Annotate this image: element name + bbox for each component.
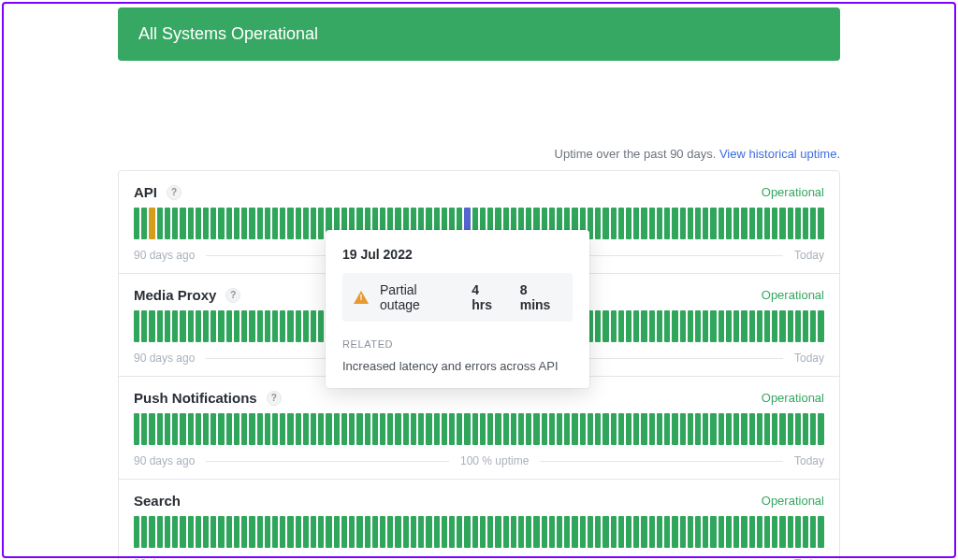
uptime-day-bar[interactable] [203, 413, 209, 445]
uptime-day-bar[interactable] [303, 413, 309, 445]
uptime-day-bar[interactable] [341, 413, 347, 445]
uptime-day-bar[interactable] [280, 516, 285, 548]
uptime-day-bar[interactable] [518, 516, 524, 548]
uptime-day-bar[interactable] [664, 310, 670, 342]
uptime-day-bar[interactable] [303, 208, 309, 239]
uptime-day-bar[interactable] [495, 413, 501, 445]
uptime-day-bar[interactable] [703, 208, 708, 239]
uptime-day-bar[interactable] [188, 310, 194, 342]
uptime-day-bar[interactable] [533, 413, 539, 445]
uptime-day-bar[interactable] [326, 413, 331, 445]
uptime-day-bar[interactable] [234, 310, 240, 342]
uptime-day-bar[interactable] [749, 413, 755, 445]
uptime-day-bar[interactable] [795, 516, 801, 548]
uptime-day-bar[interactable] [272, 516, 278, 548]
uptime-day-bar[interactable] [203, 208, 209, 239]
uptime-day-bar[interactable] [141, 516, 147, 548]
uptime-day-bar[interactable] [395, 413, 400, 445]
uptime-day-bar[interactable] [472, 516, 478, 548]
uptime-day-bar[interactable] [442, 413, 447, 445]
uptime-day-bar[interactable] [210, 208, 216, 239]
uptime-day-bar[interactable] [549, 413, 555, 445]
uptime-day-bar[interactable] [403, 413, 409, 445]
uptime-day-bar[interactable] [196, 310, 201, 342]
uptime-day-bar[interactable] [495, 516, 501, 548]
uptime-day-bar[interactable] [241, 208, 247, 239]
uptime-day-bar[interactable] [434, 516, 440, 548]
uptime-day-bar[interactable] [757, 208, 762, 239]
uptime-day-bar[interactable] [372, 413, 378, 445]
uptime-day-bar[interactable] [387, 516, 393, 548]
uptime-day-bar[interactable] [149, 208, 154, 239]
uptime-day-bar[interactable] [703, 310, 708, 342]
uptime-day-bar[interactable] [487, 516, 493, 548]
uptime-day-bar[interactable] [265, 413, 270, 445]
uptime-day-bar[interactable] [257, 413, 263, 445]
uptime-day-bar[interactable] [180, 208, 185, 239]
uptime-day-bar[interactable] [810, 516, 816, 548]
uptime-day-bar[interactable] [633, 516, 639, 548]
uptime-day-bar[interactable] [564, 516, 570, 548]
uptime-day-bar[interactable] [180, 413, 185, 445]
uptime-day-bar[interactable] [795, 310, 801, 342]
uptime-day-bar[interactable] [172, 413, 178, 445]
uptime-day-bar[interactable] [265, 208, 270, 239]
uptime-day-bar[interactable] [418, 413, 424, 445]
uptime-day-bar[interactable] [341, 516, 347, 548]
uptime-day-bar[interactable] [218, 310, 224, 342]
uptime-day-bar[interactable] [602, 310, 608, 342]
uptime-day-bar[interactable] [188, 413, 194, 445]
uptime-day-bar[interactable] [196, 516, 201, 548]
uptime-day-bar[interactable] [757, 310, 762, 342]
uptime-day-bar[interactable] [741, 516, 747, 548]
uptime-day-bar[interactable] [472, 413, 478, 445]
uptime-day-bar[interactable] [672, 208, 677, 239]
uptime-day-bar[interactable] [210, 310, 216, 342]
uptime-day-bar[interactable] [226, 208, 232, 239]
uptime-day-bar[interactable] [180, 516, 185, 548]
uptime-day-bar[interactable] [218, 208, 224, 239]
uptime-day-bar[interactable] [172, 310, 178, 342]
uptime-day-bar[interactable] [287, 310, 293, 342]
uptime-day-bar[interactable] [757, 516, 762, 548]
uptime-day-bar[interactable] [287, 208, 293, 239]
uptime-day-bar[interactable] [249, 310, 254, 342]
uptime-day-bar[interactable] [757, 413, 762, 445]
uptime-day-bar[interactable] [680, 413, 686, 445]
uptime-day-bar[interactable] [141, 208, 147, 239]
uptime-day-bar[interactable] [157, 208, 163, 239]
uptime-day-bar[interactable] [749, 310, 755, 342]
uptime-day-bar[interactable] [649, 310, 655, 342]
uptime-day-bar[interactable] [426, 516, 431, 548]
uptime-day-bar[interactable] [695, 413, 701, 445]
uptime-day-bar[interactable] [726, 208, 732, 239]
uptime-day-bar[interactable] [203, 516, 209, 548]
uptime-day-bar[interactable] [241, 310, 247, 342]
uptime-day-bar[interactable] [411, 413, 416, 445]
uptime-track[interactable] [134, 516, 824, 548]
uptime-day-bar[interactable] [733, 413, 739, 445]
uptime-day-bar[interactable] [203, 310, 209, 342]
uptime-day-bar[interactable] [449, 413, 455, 445]
uptime-day-bar[interactable] [602, 516, 608, 548]
uptime-day-bar[interactable] [464, 413, 470, 445]
uptime-day-bar[interactable] [418, 516, 424, 548]
uptime-day-bar[interactable] [480, 516, 486, 548]
uptime-day-bar[interactable] [380, 516, 385, 548]
uptime-day-bar[interactable] [157, 413, 163, 445]
uptime-day-bar[interactable] [772, 516, 777, 548]
uptime-day-bar[interactable] [657, 310, 662, 342]
uptime-day-bar[interactable] [172, 208, 178, 239]
uptime-day-bar[interactable] [641, 310, 646, 342]
uptime-day-bar[interactable] [480, 413, 486, 445]
uptime-day-bar[interactable] [557, 516, 562, 548]
help-icon[interactable]: ? [267, 391, 282, 406]
uptime-day-bar[interactable] [741, 208, 747, 239]
uptime-day-bar[interactable] [326, 516, 331, 548]
uptime-day-bar[interactable] [511, 516, 516, 548]
uptime-day-bar[interactable] [818, 310, 823, 342]
uptime-day-bar[interactable] [602, 208, 608, 239]
uptime-day-bar[interactable] [672, 516, 677, 548]
uptime-day-bar[interactable] [788, 310, 793, 342]
uptime-day-bar[interactable] [680, 516, 686, 548]
